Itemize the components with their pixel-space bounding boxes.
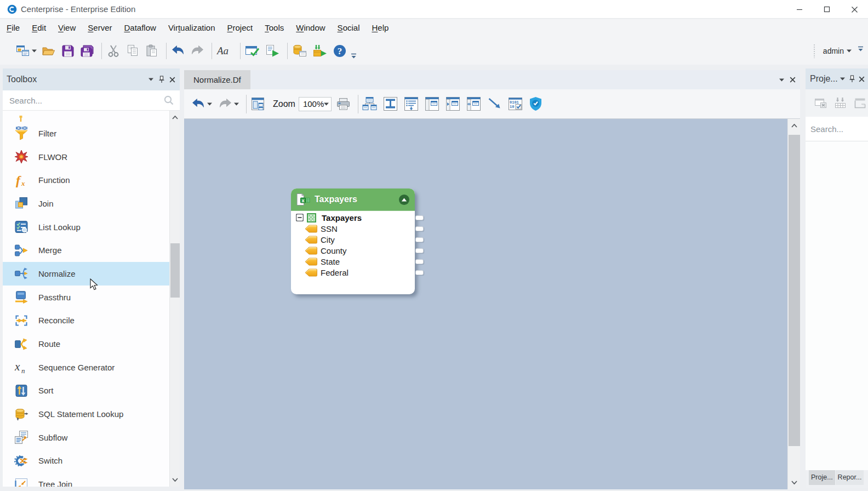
font-button[interactable]: Aa: [216, 43, 233, 59]
toolbox-menu-icon[interactable]: [149, 78, 153, 81]
toolbox-item-subflow[interactable]: Subflow: [3, 426, 169, 449]
data-browser-button[interactable]: [292, 43, 307, 59]
toolbox-header[interactable]: Toolbox: [3, 68, 180, 90]
toolbox-item-tree-join[interactable]: Tree Join: [3, 472, 169, 487]
toolbox-scroll-up-icon[interactable]: [170, 116, 180, 119]
project-panel-pin-icon[interactable]: [849, 75, 855, 83]
zoom-combo-caret-icon[interactable]: [324, 102, 332, 106]
import-data-button[interactable]: [834, 97, 847, 109]
toolbox-partial-item[interactable]: [3, 111, 169, 122]
toolbox-item-sql-statement-lookup[interactable]: SQL Statement Lookup: [3, 402, 169, 426]
preview-data-button[interactable]: 010110: [508, 96, 523, 111]
open-button[interactable]: [42, 43, 56, 59]
collapse-nodes-button[interactable]: [425, 96, 439, 111]
toolbox-scrollbar[interactable]: [169, 111, 180, 487]
panel-tab-proje[interactable]: Proje...: [809, 470, 835, 485]
document-list-icon[interactable]: [779, 78, 784, 82]
project-search-box[interactable]: Search...: [806, 117, 868, 141]
toolbox-item-switch[interactable]: Switch: [3, 449, 169, 473]
toolbox-item-sort[interactable]: Sort: [3, 379, 169, 403]
tree-layout-button[interactable]: [383, 96, 398, 111]
node-output-port[interactable]: [415, 259, 424, 264]
toolbox-item-route[interactable]: Route: [3, 332, 169, 356]
close-project-button[interactable]: [814, 97, 827, 109]
save-all-button[interactable]: [80, 43, 94, 59]
menu-view[interactable]: View: [52, 19, 82, 37]
menu-social[interactable]: Social: [332, 19, 366, 37]
minimize-button[interactable]: [786, 0, 813, 19]
node-field-row-federal[interactable]: Federal: [291, 267, 415, 278]
save-button[interactable]: [61, 43, 75, 59]
taxpayers-node[interactable]: x Taxpayers Taxpayers SSNCityCountyState…: [291, 189, 415, 294]
taxpayers-node-header[interactable]: x Taxpayers: [291, 189, 415, 211]
menu-server[interactable]: Server: [82, 19, 118, 37]
node-output-port[interactable]: [415, 226, 424, 231]
maximize-button[interactable]: [813, 0, 841, 19]
menu-help[interactable]: Help: [366, 19, 395, 37]
dataflow-canvas[interactable]: x Taxpayers Taxpayers SSNCityCountyState…: [184, 119, 787, 489]
undo-button[interactable]: [171, 43, 185, 59]
copy-button[interactable]: [125, 43, 140, 59]
canvas-scroll-down-icon[interactable]: [788, 481, 800, 484]
toolbox-close-icon[interactable]: [169, 77, 175, 83]
toolbox-item-reconcile[interactable]: Reconcile: [3, 309, 169, 333]
canvas-redo-button[interactable]: [218, 97, 239, 111]
node-field-row-county[interactable]: County: [291, 245, 415, 256]
menu-tools[interactable]: Tools: [259, 19, 290, 37]
fit-nodes-button[interactable]: [466, 96, 481, 111]
project-panel-header[interactable]: Proje...: [806, 68, 868, 89]
user-menu-caret-icon[interactable]: [847, 49, 852, 53]
toolbox-scrollbar-thumb[interactable]: [170, 243, 180, 298]
toolbox-item-merge[interactable]: Merge: [3, 238, 169, 262]
node-output-port[interactable]: [415, 248, 424, 253]
hierarchy-layout-button[interactable]: [362, 96, 377, 111]
new-window-button[interactable]: [854, 97, 867, 109]
run-button[interactable]: [265, 43, 280, 59]
panel-tab-repor[interactable]: Repor...: [836, 470, 864, 485]
verify-dataflow-button[interactable]: [529, 96, 542, 111]
close-button[interactable]: [841, 0, 868, 19]
canvas-redo-button-dropdown-icon[interactable]: [234, 102, 239, 106]
menu-window[interactable]: Window: [290, 19, 331, 37]
deploy-button[interactable]: [312, 43, 328, 59]
toolbox-item-filter[interactable]: Filter: [3, 122, 169, 145]
canvas-undo-button-dropdown-icon[interactable]: [207, 102, 212, 106]
canvas-undo-button[interactable]: [191, 97, 212, 111]
menu-virtualization[interactable]: Virtualization: [162, 19, 221, 37]
menu-edit[interactable]: Edit: [26, 19, 52, 37]
toolbox-pin-icon[interactable]: [159, 76, 164, 83]
expand-all-button[interactable]: [404, 96, 419, 111]
node-collapse-button[interactable]: [399, 195, 409, 205]
straight-link-button[interactable]: [487, 96, 502, 111]
toolbox-item-function[interactable]: fxFunction: [3, 168, 169, 192]
toolbox-item-join[interactable]: Join: [3, 192, 169, 215]
node-output-port[interactable]: [415, 215, 424, 220]
node-output-port[interactable]: [415, 237, 424, 242]
toolbar-overflow-right-button[interactable]: [858, 46, 864, 53]
toolbox-item-sequence-generator[interactable]: xnSequence Generator: [3, 356, 169, 379]
canvas-scroll-up-icon[interactable]: [788, 124, 800, 128]
node-field-row-ssn[interactable]: SSN: [291, 223, 415, 234]
redo-button[interactable]: [190, 43, 204, 59]
user-menu-label[interactable]: admin: [823, 47, 844, 55]
node-field-row-state[interactable]: State: [291, 256, 415, 267]
document-close-icon[interactable]: [790, 77, 796, 83]
paste-button[interactable]: [145, 43, 159, 59]
tree-collapse-icon[interactable]: [296, 214, 304, 221]
node-field-row-city[interactable]: City: [291, 234, 415, 245]
node-root-row[interactable]: Taxpayers: [291, 212, 415, 223]
expand-nodes-button[interactable]: [446, 96, 460, 111]
menu-project[interactable]: Project: [221, 19, 259, 37]
diagram-overview-button[interactable]: [250, 96, 265, 111]
canvas-scrollbar-thumb[interactable]: [789, 135, 800, 446]
print-button[interactable]: [336, 97, 351, 111]
toolbox-item-flwor[interactable]: FLWOR: [3, 145, 169, 169]
toolbox-search-box[interactable]: Search...: [3, 90, 180, 111]
toolbox-item-list-lookup[interactable]: List Lookup: [3, 215, 169, 239]
canvas-scrollbar[interactable]: [787, 119, 800, 489]
verify-button[interactable]: [245, 43, 260, 59]
new-button[interactable]: [16, 43, 37, 59]
menu-file[interactable]: File: [1, 19, 26, 37]
new-button-dropdown-icon[interactable]: [32, 49, 37, 53]
project-panel-close-icon[interactable]: [859, 76, 865, 82]
